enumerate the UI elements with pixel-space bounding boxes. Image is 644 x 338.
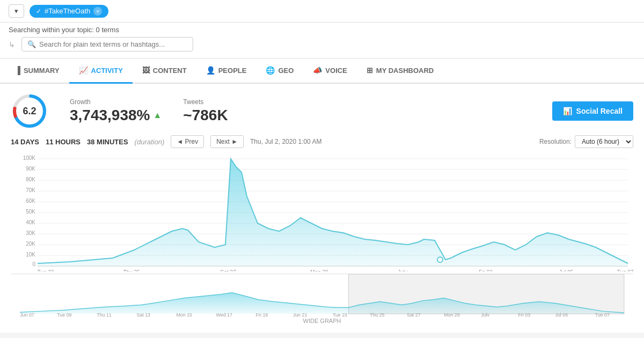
- topic-tag: ✓ #TakeTheOath ×: [30, 5, 108, 18]
- resolution-label: Resolution:: [539, 138, 572, 145]
- duration-hours: 11 HOURS: [46, 138, 80, 146]
- svg-text:Wed 17: Wed 17: [216, 312, 232, 317]
- duration-days: 14 DAYS: [11, 138, 39, 146]
- duration-row: 14 DAYS 11 HOURS 38 MINUTES (duration) ◄…: [11, 135, 633, 148]
- svg-text:Sat 27: Sat 27: [221, 269, 236, 271]
- chevron-down-icon: ▾: [14, 7, 18, 15]
- resolution-row: Resolution: Auto (6 hour): [539, 135, 633, 148]
- social-recall-button[interactable]: 📊 Social Recall: [552, 101, 633, 121]
- svg-text:Thu 11: Thu 11: [97, 312, 112, 317]
- resolution-select[interactable]: Auto (6 hour): [575, 135, 633, 148]
- svg-text:Tue 23: Tue 23: [333, 312, 347, 317]
- check-icon: ✓: [36, 8, 41, 15]
- svg-text:Fri 03: Fri 03: [479, 269, 493, 271]
- svg-text:Jun 21: Jun 21: [293, 312, 308, 317]
- search-input[interactable]: [39, 40, 187, 48]
- growth-up-icon: ▲: [153, 111, 162, 120]
- tweets-stat: Tweets ~786K: [183, 98, 228, 124]
- svg-text:Sat 13: Sat 13: [136, 312, 150, 317]
- svg-text:100K: 100K: [23, 155, 36, 161]
- svg-text:Fri 19: Fri 19: [256, 312, 268, 317]
- gauge-value: 6.2: [23, 106, 36, 117]
- wide-graph-label: WIDE GRAPH: [11, 318, 633, 324]
- summary-icon: ▐: [15, 66, 20, 75]
- svg-text:90K: 90K: [26, 166, 35, 172]
- remove-topic-button[interactable]: ×: [93, 7, 102, 16]
- svg-text:July: July: [398, 269, 407, 271]
- chart-area: 100K 90K 80K 70K 60K 50K 40K 30K 20K 10K…: [11, 153, 633, 324]
- main-content: 6.2 Growth 3,743,938% ▲ Tweets ~786K 📊 S…: [0, 84, 644, 333]
- search-input-row: ↳ 🔍: [9, 37, 635, 52]
- tab-mydashboard[interactable]: ⊞ MY DASHBOARD: [357, 58, 443, 84]
- svg-text:30K: 30K: [26, 230, 35, 236]
- svg-text:0: 0: [32, 261, 35, 267]
- social-recall-icon: 📊: [563, 107, 572, 115]
- tab-activity[interactable]: 📈 ACTIVITY: [69, 58, 133, 84]
- svg-text:Jul 05: Jul 05: [559, 269, 574, 271]
- content-icon: 🖼: [142, 66, 150, 75]
- svg-text:Fri 03: Fri 03: [518, 312, 530, 317]
- top-bar: ▾ ✓ #TakeTheOath ×: [0, 0, 644, 23]
- duration-label: (duration): [135, 138, 165, 146]
- svg-text:40K: 40K: [26, 219, 35, 225]
- svg-text:70K: 70K: [26, 187, 35, 193]
- gauge-chart: 6.2: [11, 92, 48, 130]
- search-area: Searching within your topic: 0 terms ↳ 🔍: [0, 23, 644, 58]
- voice-icon: 📣: [313, 66, 322, 75]
- svg-text:Jul 05: Jul 05: [555, 312, 568, 317]
- tab-summary[interactable]: ▐ SUMMARY: [5, 58, 69, 84]
- topic-tag-label: #TakeTheOath: [45, 7, 90, 15]
- growth-stat: Growth 3,743,938% ▲: [70, 98, 162, 124]
- dropdown-button[interactable]: ▾: [9, 4, 24, 18]
- main-chart-svg: 100K 90K 80K 70K 60K 50K 40K 30K 20K 10K…: [11, 153, 633, 271]
- overview-chart-container: Jun 07 Tue 09 Thu 11 Sat 13 Mon 15 Wed 1…: [11, 274, 633, 317]
- svg-text:Sat 27: Sat 27: [407, 312, 421, 317]
- overview-chart-svg: Jun 07 Tue 09 Thu 11 Sat 13 Mon 15 Wed 1…: [11, 274, 633, 317]
- svg-text:20K: 20K: [26, 241, 35, 247]
- search-info: Searching within your topic: 0 terms: [9, 26, 635, 34]
- svg-text:Tue 23: Tue 23: [38, 269, 54, 271]
- svg-text:Jun 07: Jun 07: [20, 312, 34, 317]
- tab-geo[interactable]: 🌐 GEO: [256, 58, 303, 84]
- svg-text:60K: 60K: [26, 198, 35, 204]
- svg-text:Tue 07: Tue 07: [595, 312, 610, 317]
- geo-icon: 🌐: [266, 66, 275, 75]
- tab-people[interactable]: 👤 PEOPLE: [196, 58, 257, 84]
- tweets-value: ~786K: [183, 107, 228, 124]
- prev-button[interactable]: ◄ Prev: [171, 135, 204, 148]
- next-button[interactable]: Next ►: [210, 135, 244, 148]
- svg-text:80K: 80K: [26, 177, 35, 182]
- svg-text:Thu 25: Thu 25: [123, 269, 140, 271]
- search-icon: 🔍: [27, 40, 36, 48]
- svg-text:10K: 10K: [26, 252, 35, 258]
- svg-text:50K: 50K: [26, 209, 35, 215]
- tweets-label: Tweets: [183, 98, 228, 106]
- duration-minutes: 38 MINUTES: [87, 138, 128, 146]
- svg-text:Thu 25: Thu 25: [370, 312, 385, 317]
- svg-text:Mon 29: Mon 29: [310, 269, 328, 271]
- people-icon: 👤: [206, 66, 215, 75]
- growth-label: Growth: [70, 98, 162, 106]
- tab-voice[interactable]: 📣 VOICE: [303, 58, 356, 84]
- svg-text:July: July: [481, 312, 489, 317]
- growth-value: 3,743,938% ▲: [70, 107, 162, 124]
- search-input-wrapper: 🔍: [21, 37, 193, 52]
- date-label: Thu, Jul 2, 2020 1:00 AM: [250, 138, 321, 145]
- svg-text:Tue 07: Tue 07: [617, 269, 633, 271]
- indent-icon: ↳: [9, 40, 15, 49]
- mydashboard-icon: ⊞: [367, 66, 373, 75]
- svg-text:Mon 29: Mon 29: [444, 312, 460, 317]
- svg-text:Mon 15: Mon 15: [176, 312, 192, 317]
- tab-content[interactable]: 🖼 CONTENT: [133, 58, 196, 84]
- chart-marker: [437, 257, 443, 262]
- svg-text:Tue 09: Tue 09: [57, 312, 71, 317]
- activity-icon: 📈: [79, 66, 88, 75]
- stats-row: 6.2 Growth 3,743,938% ▲ Tweets ~786K 📊 S…: [11, 92, 633, 130]
- nav-tabs: ▐ SUMMARY 📈 ACTIVITY 🖼 CONTENT 👤 PEOPLE …: [0, 58, 644, 84]
